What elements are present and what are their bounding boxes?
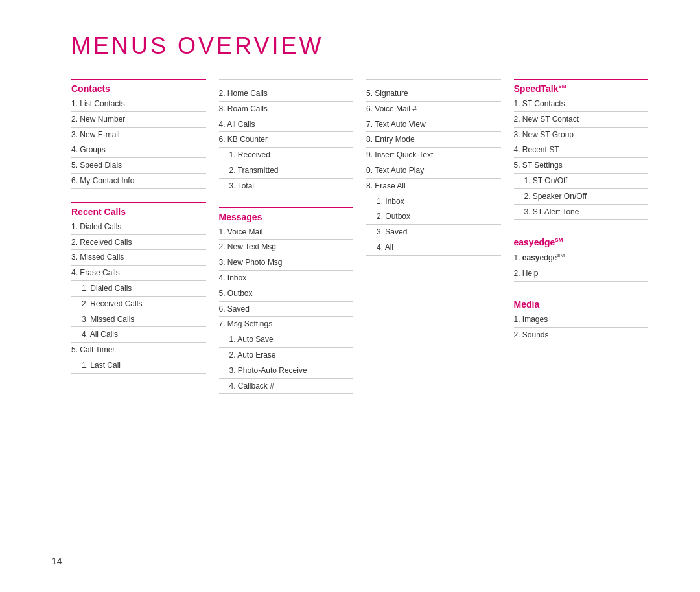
media-list: 1. Images 2. Sounds	[514, 312, 649, 343]
list-item: 3. ST Alert Tone	[514, 205, 649, 220]
easyedge-section-header: easyedgeSM	[514, 233, 649, 247]
list-item: 8. Entry Mode	[366, 132, 501, 148]
list-item: 3. Roam Calls	[219, 102, 354, 117]
list-item: 6. Voice Mail #	[366, 102, 501, 117]
list-item: 4. Inbox	[219, 271, 354, 286]
list-item: 4. All Calls	[71, 327, 206, 343]
list-item: 3. New E-mail	[71, 128, 206, 143]
list-item: 3. Photo-Auto Receive	[219, 363, 354, 379]
list-item: 1. Last Call	[71, 358, 206, 374]
media-title: Media	[514, 299, 649, 310]
list-item: 3. Missed Calls	[71, 312, 206, 328]
list-item: 1. easyedgeSM	[514, 250, 649, 266]
list-item: 7. Text Auto View	[366, 117, 501, 133]
list-item: 5. Call Timer	[71, 343, 206, 358]
list-item: 1. Images	[514, 312, 649, 328]
list-item: 3. Missed Calls	[71, 250, 206, 266]
list-item: 3. New Photo Msg	[219, 255, 354, 271]
calls-cont-header	[219, 79, 354, 84]
contacts-section-header: Contacts	[71, 79, 206, 94]
list-item: 2. Sounds	[514, 328, 649, 343]
list-item: 9. Insert Quick-Text	[366, 148, 501, 163]
calls-sub-list: 2. Home Calls 3. Roam Calls 4. All Calls…	[219, 86, 354, 194]
list-item: 5. Speed Dials	[71, 158, 206, 174]
column-3: 5. Signature 6. Voice Mail # 7. Text Aut…	[366, 79, 514, 394]
page-number: 14	[52, 556, 62, 566]
list-item: 5. ST Settings	[514, 158, 649, 174]
list-item: 6. My Contact Info	[71, 174, 206, 189]
list-item: 0. Text Auto Play	[366, 163, 501, 179]
list-item: 4. Erase Calls	[71, 266, 206, 281]
list-item: 1. ST Contacts	[514, 97, 649, 112]
list-item: 1. Inbox	[366, 194, 501, 210]
list-item: 5. Signature	[366, 86, 501, 102]
page-container: MENUS OVERVIEW Contacts 1. List Contacts…	[0, 0, 700, 592]
list-item: 6. KB Counter	[219, 132, 354, 148]
recent-calls-list: 1. Dialed Calls 2. Received Calls 3. Mis…	[71, 220, 206, 374]
list-item: 6. Saved	[219, 302, 354, 317]
column-4: SpeedTalkSM 1. ST Contacts 2. New ST Con…	[514, 79, 662, 394]
recent-calls-title: Recent Calls	[71, 207, 206, 217]
list-item: 2. New Number	[71, 112, 206, 128]
messages-title: Messages	[219, 212, 354, 222]
list-item: 2. New ST Contact	[514, 112, 649, 128]
list-item: 1. Dialed Calls	[71, 220, 206, 235]
media-section-header: Media	[514, 295, 649, 310]
list-item: 4. All Calls	[219, 117, 354, 133]
list-item: 1. Voice Mail	[219, 225, 354, 240]
list-item: 1. Auto Save	[219, 332, 354, 348]
list-item: 4. All	[366, 240, 501, 256]
msg-cont-header	[366, 79, 501, 84]
list-item: 1. List Contacts	[71, 97, 206, 112]
column-1: Contacts 1. List Contacts 2. New Number …	[71, 79, 219, 394]
contacts-list: 1. List Contacts 2. New Number 3. New E-…	[71, 97, 206, 189]
list-item: 1. ST On/Off	[514, 174, 649, 189]
easy-bold: easy	[514, 237, 534, 247]
list-item: 2. Speaker On/Off	[514, 189, 649, 205]
messages-section-header: Messages	[219, 207, 354, 222]
list-item: 2. Auto Erase	[219, 348, 354, 363]
list-item: 2. Transmitted	[219, 163, 354, 179]
list-item: 4. Groups	[71, 142, 206, 158]
speedtalk-list: 1. ST Contacts 2. New ST Contact 3. New …	[514, 97, 649, 220]
easyedge-title: easyedgeSM	[514, 237, 649, 247]
list-item: 2. Home Calls	[219, 86, 354, 102]
list-item: 3. Total	[219, 179, 354, 194]
list-item: 1. Dialed Calls	[71, 281, 206, 297]
easy-bold-item: easy	[522, 253, 540, 262]
list-item: 4. Callback #	[219, 379, 354, 394]
column-2: 2. Home Calls 3. Roam Calls 4. All Calls…	[219, 79, 367, 394]
content-area: Contacts 1. List Contacts 2. New Number …	[71, 79, 661, 394]
list-item: 2. New Text Msg	[219, 240, 354, 255]
list-item: 3. Saved	[366, 225, 501, 240]
list-item: 2. Outbox	[366, 209, 501, 225]
list-item: 3. New ST Group	[514, 128, 649, 143]
list-item: 7. Msg Settings	[219, 317, 354, 332]
list-item: 2. Received Calls	[71, 297, 206, 312]
list-item: 2. Received Calls	[71, 235, 206, 251]
speedtalk-section-header: SpeedTalkSM	[514, 79, 649, 94]
easyedge-list: 1. easyedgeSM 2. Help	[514, 250, 649, 282]
list-item: 5. Outbox	[219, 286, 354, 302]
contacts-title: Contacts	[71, 84, 206, 94]
messages-list: 1. Voice Mail 2. New Text Msg 3. New Pho…	[219, 225, 354, 394]
page-title: MENUS OVERVIEW	[71, 32, 661, 60]
recent-calls-section-header: Recent Calls	[71, 202, 206, 217]
list-item: 8. Erase All	[366, 179, 501, 194]
list-item: 4. Recent ST	[514, 142, 649, 158]
list-item: 2. Help	[514, 266, 649, 282]
msg-cont-list: 5. Signature 6. Voice Mail # 7. Text Aut…	[366, 86, 501, 256]
speedtalk-title: SpeedTalkSM	[514, 84, 649, 94]
list-item: 1. Received	[219, 148, 354, 163]
